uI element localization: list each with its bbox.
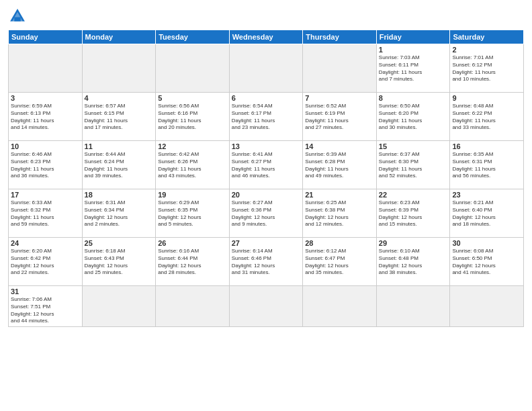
day-info: Sunrise: 6:48 AM Sunset: 6:22 PM Dayligh… [452, 103, 521, 132]
day-info: Sunrise: 6:25 AM Sunset: 6:38 PM Dayligh… [305, 199, 374, 228]
calendar-cell-w2-d3: 13Sunrise: 6:41 AM Sunset: 6:27 PM Dayli… [229, 141, 303, 189]
calendar-cell-w0-d2 [156, 44, 230, 93]
day-info: Sunrise: 6:50 AM Sunset: 6:20 PM Dayligh… [379, 103, 448, 132]
day-info: Sunrise: 6:44 AM Sunset: 6:24 PM Dayligh… [85, 151, 154, 180]
calendar-cell-w2-d1: 11Sunrise: 6:44 AM Sunset: 6:24 PM Dayli… [82, 141, 156, 189]
weekday-header-row: SundayMondayTuesdayWednesdayThursdayFrid… [9, 30, 524, 44]
weekday-header-sunday: Sunday [9, 30, 83, 44]
day-number: 7 [305, 94, 374, 102]
day-number: 15 [379, 142, 448, 150]
calendar-cell-w3-d2: 19Sunrise: 6:29 AM Sunset: 6:35 PM Dayli… [156, 189, 230, 238]
day-info: Sunrise: 6:08 AM Sunset: 6:50 PM Dayligh… [452, 248, 521, 277]
calendar-cell-w1-d3: 6Sunrise: 6:54 AM Sunset: 6:17 PM Daylig… [229, 93, 303, 141]
day-number: 24 [11, 239, 80, 247]
day-number: 18 [85, 191, 154, 199]
calendar-cell-w2-d2: 12Sunrise: 6:42 AM Sunset: 6:26 PM Dayli… [156, 141, 230, 189]
day-info: Sunrise: 7:06 AM Sunset: 7:51 PM Dayligh… [11, 296, 80, 325]
calendar-cell-w5-d6 [450, 286, 524, 327]
day-info: Sunrise: 6:18 AM Sunset: 6:43 PM Dayligh… [85, 248, 154, 277]
calendar-cell-w1-d4: 7Sunrise: 6:52 AM Sunset: 6:19 PM Daylig… [303, 93, 377, 141]
calendar-page: SundayMondayTuesdayWednesdayThursdayFrid… [0, 0, 532, 411]
weekday-header-friday: Friday [376, 30, 450, 44]
day-number: 5 [158, 94, 227, 102]
calendar-cell-w1-d6: 9Sunrise: 6:48 AM Sunset: 6:22 PM Daylig… [450, 93, 524, 141]
day-number: 30 [452, 239, 521, 247]
day-number: 3 [11, 94, 80, 102]
header [8, 7, 524, 26]
calendar-cell-w4-d1: 25Sunrise: 6:18 AM Sunset: 6:43 PM Dayli… [82, 238, 156, 286]
week-row-4: 24Sunrise: 6:20 AM Sunset: 6:42 PM Dayli… [9, 238, 524, 286]
day-number: 28 [305, 239, 374, 247]
day-info: Sunrise: 6:52 AM Sunset: 6:19 PM Dayligh… [305, 103, 374, 132]
weekday-header-tuesday: Tuesday [156, 30, 230, 44]
calendar-cell-w4-d5: 29Sunrise: 6:10 AM Sunset: 6:48 PM Dayli… [376, 238, 450, 286]
day-number: 27 [232, 239, 301, 247]
day-number: 2 [452, 46, 521, 54]
calendar-cell-w3-d3: 20Sunrise: 6:27 AM Sunset: 6:36 PM Dayli… [229, 189, 303, 238]
day-number: 13 [232, 142, 301, 150]
day-info: Sunrise: 6:23 AM Sunset: 6:39 PM Dayligh… [379, 199, 448, 228]
day-number: 10 [11, 142, 80, 150]
calendar-cell-w4-d3: 27Sunrise: 6:14 AM Sunset: 6:46 PM Dayli… [229, 238, 303, 286]
day-number: 19 [158, 191, 227, 199]
day-number: 11 [85, 142, 154, 150]
calendar-cell-w3-d1: 18Sunrise: 6:31 AM Sunset: 6:34 PM Dayli… [82, 189, 156, 238]
day-number: 1 [379, 46, 448, 54]
day-info: Sunrise: 6:41 AM Sunset: 6:27 PM Dayligh… [232, 151, 301, 180]
day-info: Sunrise: 6:20 AM Sunset: 6:42 PM Dayligh… [11, 248, 80, 277]
calendar-cell-w0-d0 [9, 44, 83, 93]
day-info: Sunrise: 7:01 AM Sunset: 6:12 PM Dayligh… [452, 54, 521, 83]
day-info: Sunrise: 6:56 AM Sunset: 6:16 PM Dayligh… [158, 103, 227, 132]
calendar-cell-w4-d4: 28Sunrise: 6:12 AM Sunset: 6:47 PM Dayli… [303, 238, 377, 286]
day-number: 14 [305, 142, 374, 150]
calendar-cell-w5-d3 [229, 286, 303, 327]
calendar-cell-w5-d2 [156, 286, 230, 327]
week-row-5: 31Sunrise: 7:06 AM Sunset: 7:51 PM Dayli… [9, 286, 524, 327]
day-number: 12 [158, 142, 227, 150]
day-number: 26 [158, 239, 227, 247]
calendar-table: SundayMondayTuesdayWednesdayThursdayFrid… [8, 30, 524, 327]
weekday-header-monday: Monday [82, 30, 156, 44]
day-number: 9 [452, 94, 521, 102]
day-info: Sunrise: 7:03 AM Sunset: 6:11 PM Dayligh… [379, 54, 448, 83]
calendar-cell-w3-d5: 22Sunrise: 6:23 AM Sunset: 6:39 PM Dayli… [376, 189, 450, 238]
day-info: Sunrise: 6:16 AM Sunset: 6:44 PM Dayligh… [158, 248, 227, 277]
day-number: 8 [379, 94, 448, 102]
calendar-cell-w5-d5 [376, 286, 450, 327]
day-info: Sunrise: 6:57 AM Sunset: 6:15 PM Dayligh… [85, 103, 154, 132]
day-number: 25 [85, 239, 154, 247]
day-info: Sunrise: 6:42 AM Sunset: 6:26 PM Dayligh… [158, 151, 227, 180]
calendar-cell-w5-d1 [82, 286, 156, 327]
day-info: Sunrise: 6:29 AM Sunset: 6:35 PM Dayligh… [158, 199, 227, 228]
calendar-cell-w1-d5: 8Sunrise: 6:50 AM Sunset: 6:20 PM Daylig… [376, 93, 450, 141]
calendar-cell-w3-d0: 17Sunrise: 6:33 AM Sunset: 6:32 PM Dayli… [9, 189, 83, 238]
day-number: 17 [11, 191, 80, 199]
calendar-cell-w3-d6: 23Sunrise: 6:21 AM Sunset: 6:40 PM Dayli… [450, 189, 524, 238]
calendar-cell-w4-d0: 24Sunrise: 6:20 AM Sunset: 6:42 PM Dayli… [9, 238, 83, 286]
week-row-2: 10Sunrise: 6:46 AM Sunset: 6:23 PM Dayli… [9, 141, 524, 189]
calendar-cell-w1-d0: 3Sunrise: 6:59 AM Sunset: 6:13 PM Daylig… [9, 93, 83, 141]
weekday-header-saturday: Saturday [450, 30, 524, 44]
day-info: Sunrise: 6:54 AM Sunset: 6:17 PM Dayligh… [232, 103, 301, 132]
day-info: Sunrise: 6:59 AM Sunset: 6:13 PM Dayligh… [11, 103, 80, 132]
day-number: 31 [11, 287, 80, 295]
calendar-cell-w2-d5: 15Sunrise: 6:37 AM Sunset: 6:30 PM Dayli… [376, 141, 450, 189]
day-info: Sunrise: 6:46 AM Sunset: 6:23 PM Dayligh… [11, 151, 80, 180]
weekday-header-wednesday: Wednesday [229, 30, 303, 44]
week-row-1: 3Sunrise: 6:59 AM Sunset: 6:13 PM Daylig… [9, 93, 524, 141]
weekday-header-thursday: Thursday [303, 30, 377, 44]
calendar-cell-w2-d0: 10Sunrise: 6:46 AM Sunset: 6:23 PM Dayli… [9, 141, 83, 189]
calendar-cell-w0-d3 [229, 44, 303, 93]
calendar-cell-w1-d1: 4Sunrise: 6:57 AM Sunset: 6:15 PM Daylig… [82, 93, 156, 141]
day-number: 21 [305, 191, 374, 199]
day-info: Sunrise: 6:27 AM Sunset: 6:36 PM Dayligh… [232, 199, 301, 228]
day-number: 6 [232, 94, 301, 102]
calendar-cell-w1-d2: 5Sunrise: 6:56 AM Sunset: 6:16 PM Daylig… [156, 93, 230, 141]
calendar-cell-w2-d6: 16Sunrise: 6:35 AM Sunset: 6:31 PM Dayli… [450, 141, 524, 189]
day-info: Sunrise: 6:37 AM Sunset: 6:30 PM Dayligh… [379, 151, 448, 180]
logo-icon [8, 7, 27, 26]
calendar-cell-w0-d4 [303, 44, 377, 93]
week-row-3: 17Sunrise: 6:33 AM Sunset: 6:32 PM Dayli… [9, 189, 524, 238]
day-number: 29 [379, 239, 448, 247]
day-info: Sunrise: 6:10 AM Sunset: 6:48 PM Dayligh… [379, 248, 448, 277]
